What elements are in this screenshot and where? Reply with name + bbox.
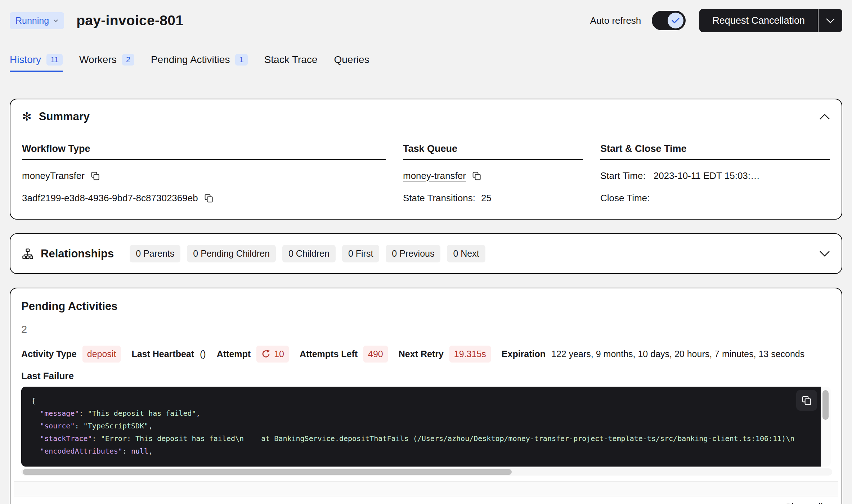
next-retry-badge: 19.315s <box>449 346 491 363</box>
start-time-label: Start Time: <box>600 170 646 181</box>
tab-stack-trace[interactable]: Stack Trace <box>264 54 318 72</box>
attempt-label: Attempt <box>217 349 251 359</box>
attempts-left-badge: 490 <box>363 346 388 363</box>
copy-button[interactable] <box>204 193 214 203</box>
second-activity-row[interactable] <box>14 481 838 496</box>
toggle-knob <box>668 13 683 28</box>
relationship-pills: 0 Parents0 Pending Children0 Children0 F… <box>130 245 485 262</box>
request-cancellation-button[interactable]: Request Cancellation <box>699 9 818 32</box>
copy-button[interactable] <box>90 171 100 181</box>
tab-label: Stack Trace <box>264 54 318 66</box>
summary-card: ✻ Summary Workflow Type moneyTransfer 3a… <box>10 99 842 220</box>
task-queue-link[interactable]: money-transfer <box>403 170 466 181</box>
copy-button[interactable] <box>472 171 481 181</box>
show-all-link[interactable]: Show all <box>785 501 823 504</box>
last-heartbeat-label: Last Heartbeat <box>131 349 194 359</box>
summary-title: Summary <box>39 110 90 123</box>
attempts-left-label: Attempts Left <box>300 349 358 359</box>
tab-bar: History 11 Workers 2 Pending Activities … <box>10 54 842 72</box>
pending-activities-card: Pending Activities 2 Activity Type depos… <box>10 288 842 504</box>
copy-icon <box>801 395 812 406</box>
tab-history[interactable]: History 11 <box>10 54 63 72</box>
relationships-expand-button[interactable] <box>819 251 830 257</box>
activity-detail-row: Activity Type deposit Last Heartbeat () … <box>21 346 831 363</box>
chevron-up-icon <box>819 114 830 120</box>
horizontal-scrollbar-thumb[interactable] <box>23 469 512 475</box>
vertical-scrollbar-thumb[interactable] <box>822 390 829 420</box>
code-line: "encodedAttributes": null, <box>31 445 811 458</box>
start-time-value: 2023-10-11 EDT 15:03:… <box>654 170 760 181</box>
relationship-count-pill: 0 Parents <box>130 245 180 262</box>
request-cancellation-label: Request Cancellation <box>712 15 805 26</box>
attempt-value: 10 <box>274 349 284 359</box>
copy-icon <box>204 193 214 203</box>
relationship-count-pill: 0 Next <box>447 245 485 262</box>
chevron-down-icon <box>819 251 830 257</box>
activity-type-label: Activity Type <box>21 349 77 359</box>
summary-icon: ✻ <box>22 111 32 122</box>
tab-count-badge: 2 <box>122 54 134 66</box>
expiration-value: 122 years, 9 months, 10 days, 20 hours, … <box>551 349 804 359</box>
last-heartbeat-value: () <box>200 349 206 359</box>
copy-icon <box>472 171 481 181</box>
status-badge: Running <box>10 12 64 29</box>
expiration-label: Expiration <box>502 349 546 359</box>
tab-label: Workers <box>79 54 117 66</box>
request-cancellation-split-button: Request Cancellation <box>699 9 842 32</box>
tab-pending-activities[interactable]: Pending Activities 1 <box>151 54 248 72</box>
tab-label: Queries <box>334 54 369 66</box>
last-failure-label: Last Failure <box>21 370 831 382</box>
relationship-count-pill: 0 Children <box>282 245 336 262</box>
workflow-type-value: moneyTransfer <box>22 170 85 181</box>
code-line: { <box>31 395 811 407</box>
relationships-card: Relationships 0 Parents0 Pending Childre… <box>10 233 842 274</box>
workflow-detail-page: Running pay-invoice-801 Auto refresh Req… <box>0 9 852 504</box>
task-queue-column: Task Queue money-transfer State Transiti… <box>403 143 583 204</box>
workflow-type-header: Workflow Type <box>22 143 386 160</box>
tab-count-badge: 1 <box>235 54 247 66</box>
tab-workers[interactable]: Workers 2 <box>79 54 134 72</box>
code-line: "stackTrace": "Error: This deposit has f… <box>31 432 811 445</box>
task-queue-header: Task Queue <box>403 143 583 160</box>
relationship-count-pill: 0 Previous <box>386 245 440 262</box>
close-time-label: Close Time: <box>600 193 650 204</box>
tab-label: Pending Activities <box>151 54 230 66</box>
tab-label: History <box>10 54 41 66</box>
cancellation-menu-button[interactable] <box>819 9 842 32</box>
vertical-scrollbar <box>821 387 831 467</box>
activity-type-badge: deposit <box>82 346 121 363</box>
code-copy-button[interactable] <box>796 390 817 411</box>
chevron-down-icon <box>826 18 835 23</box>
relationship-count-pill: 0 Pending Children <box>187 245 276 262</box>
summary-grid: Workflow Type moneyTransfer 3adf2199-e3d… <box>22 143 830 204</box>
workflow-type-column: Workflow Type moneyTransfer 3adf2199-e3d… <box>22 143 386 204</box>
relationship-count-pill: 0 First <box>342 245 379 262</box>
horizontal-scrollbar <box>21 468 832 476</box>
summary-collapse-button[interactable] <box>819 114 830 120</box>
relationships-title: Relationships <box>41 247 114 260</box>
check-icon <box>672 17 680 24</box>
page-title: pay-invoice-801 <box>76 13 183 28</box>
copy-icon <box>90 171 100 181</box>
last-failure-viewer: { "message": "This deposit has failed", … <box>21 387 831 467</box>
status-label: Running <box>15 15 49 26</box>
start-close-time-column: Start & Close Time Start Time: 2023-10-1… <box>600 143 830 204</box>
attempt-badge: 10 <box>256 346 289 363</box>
start-close-time-header: Start & Close Time <box>600 143 830 160</box>
code-line: "message": "This deposit has failed", <box>31 407 811 420</box>
tab-count-badge: 11 <box>46 54 63 66</box>
code-line: "source": "TypeScriptSDK", <box>31 420 811 432</box>
top-bar: Running pay-invoice-801 Auto refresh Req… <box>10 9 842 32</box>
hierarchy-icon <box>22 248 33 260</box>
pending-activities-count: 2 <box>21 324 831 336</box>
state-transitions-value: 25 <box>481 193 492 204</box>
tab-queries[interactable]: Queries <box>334 54 369 72</box>
status-caret-icon <box>53 19 58 22</box>
state-transitions-label: State Transitions: <box>403 193 475 204</box>
run-id-value: 3adf2199-e3d8-4936-9bd7-8c87302369eb <box>22 193 198 204</box>
next-retry-label: Next Retry <box>399 349 444 359</box>
auto-refresh-toggle[interactable] <box>652 11 686 30</box>
retry-icon <box>261 349 271 359</box>
last-failure-code: { "message": "This deposit has failed", … <box>21 387 821 467</box>
pending-activities-title: Pending Activities <box>21 300 831 313</box>
